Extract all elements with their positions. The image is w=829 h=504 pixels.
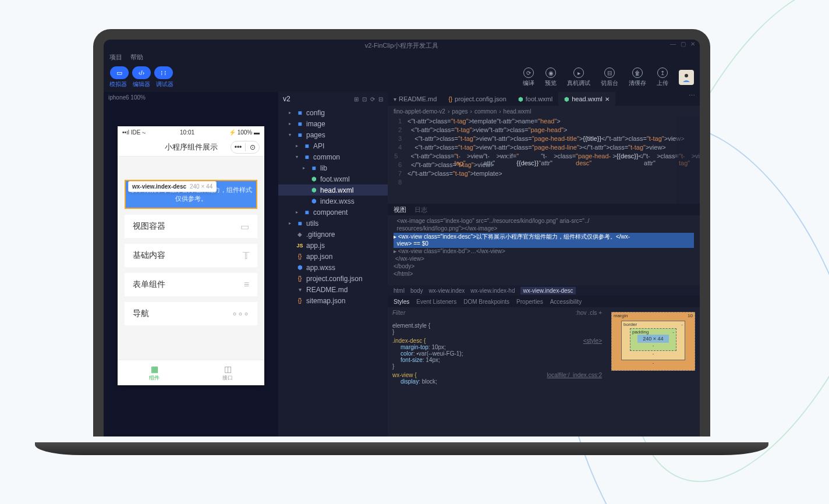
styles-tabs: Styles Event Listeners DOM Breakpoints P… [388, 296, 700, 307]
project-root[interactable]: v2 [283, 95, 290, 103]
dom-breadcrumb[interactable]: htmlbodywx-view.indexwx-view.index-hdwx-… [388, 285, 700, 296]
menubar: 项目 帮助 [104, 51, 700, 63]
label-editor: 编辑器 [133, 80, 150, 88]
titlebar: v2-FinClip小程序开发工具 —▢✕ [104, 40, 700, 51]
editor-tab[interactable]: {}project.config.json [442, 92, 512, 106]
editor-panel: ▾README.md{}project.config.json⬢foot.wxm… [388, 92, 700, 436]
tree-node[interactable]: ◆.gitignore [278, 229, 388, 240]
list-item[interactable]: 导航∘∘∘ [125, 302, 257, 325]
background-button[interactable]: ⊟切后台 [601, 68, 618, 87]
devtools-tabs: 视图 日志 [388, 204, 700, 215]
nav-title: 小程序组件展示 [165, 142, 218, 152]
simulator-panel: iphone6 100% ••ıl IDE ⏦ 10:01 ⚡ 100% ▬ 小… [104, 92, 278, 436]
tab-components[interactable]: ▦组件 [118, 360, 191, 385]
camera-dot [400, 33, 403, 36]
box-model[interactable]: margin10 border- padding- 240 × 44 - - - [607, 307, 700, 436]
list-item[interactable]: 视图容器▭ [125, 215, 257, 238]
editor-toggle[interactable]: ‹/› [132, 66, 151, 79]
editor-tab[interactable]: ⬢head.wxml✕ [558, 92, 615, 106]
simulator-toggle[interactable]: ▭ [110, 66, 129, 79]
hov-cls[interactable]: :hov .cls + [576, 310, 602, 320]
svg-point-0 [685, 74, 688, 77]
clear-cache-button[interactable]: 🗑清缓存 [629, 68, 646, 87]
list-item[interactable]: 表单组件≡ [125, 273, 257, 296]
tree-node[interactable]: {}project.config.json [278, 273, 388, 284]
laptop-frame: v2-FinClip小程序开发工具 —▢✕ 项目 帮助 ▭ ‹/› ⫶⫶ 模拟器… [93, 29, 710, 448]
tree-node[interactable]: ▸■lib [278, 162, 388, 173]
tree-node[interactable]: ⬢index.wxss [278, 196, 388, 207]
label-debugger: 调试器 [156, 80, 173, 88]
tab-elements[interactable]: 视图 [394, 205, 406, 214]
tree-node[interactable]: ▸■config [278, 107, 388, 118]
tree-node[interactable]: ▾README.md [278, 284, 388, 295]
inspector-tooltip: wx-view.index-desc240 × 44 [128, 181, 217, 192]
window-title: v2-FinClip小程序开发工具 [365, 41, 439, 50]
explorer-actions[interactable]: ⊞⊡⟳⊟ [354, 96, 383, 102]
tree-node[interactable]: ▾■common [278, 151, 388, 162]
compile-button[interactable]: ⟳编译 [523, 68, 534, 87]
tree-node[interactable]: ▸■utils [278, 218, 388, 229]
editor-tab[interactable]: ⬢foot.wxml [512, 92, 558, 106]
tree-node[interactable]: JSapp.js [278, 240, 388, 251]
avatar[interactable] [679, 70, 694, 85]
laptop-base [35, 442, 768, 455]
minimap[interactable] [676, 116, 700, 204]
editor-tab[interactable]: ▾README.md [388, 92, 442, 106]
window-controls[interactable]: —▢✕ [670, 41, 695, 47]
capsule-button[interactable]: •••⊙ [231, 141, 260, 154]
styles-filter[interactable]: Filter [392, 310, 405, 320]
toolbar: ▭ ‹/› ⫶⫶ 模拟器 编辑器 调试器 ⟳编译 ◉预览 ▸真机调试 ⊟切后台 [104, 63, 700, 92]
remote-debug-button[interactable]: ▸真机调试 [567, 68, 590, 87]
styles-pane[interactable]: Filter:hov .cls + element.style {} <styl… [388, 307, 607, 436]
menu-project[interactable]: 项目 [109, 53, 122, 62]
debugger-toggle[interactable]: ⫶⫶ [154, 66, 173, 79]
dom-tree[interactable]: <wx-image class="index-logo" src="../res… [388, 215, 700, 285]
phone-tabbar: ▦组件 ◫接口 [118, 360, 264, 385]
tree-node[interactable]: {}sitemap.json [278, 295, 388, 306]
device-info: iphone6 100% [104, 92, 278, 103]
phone-simulator[interactable]: ••ıl IDE ⏦ 10:01 ⚡ 100% ▬ 小程序组件展示 •••⊙ w… [118, 126, 264, 385]
tab-console[interactable]: 日志 [414, 205, 427, 214]
tree-node[interactable]: ▸■component [278, 207, 388, 218]
more-tabs[interactable]: ⋯ [684, 92, 700, 106]
tab-styles[interactable]: Styles [394, 299, 409, 305]
label-simulator: 模拟器 [109, 80, 127, 88]
tree-node[interactable]: ▸■image [278, 118, 388, 129]
upload-button[interactable]: ↥上传 [657, 68, 668, 87]
tree-node[interactable]: ▸■API [278, 140, 388, 151]
phone-statusbar: ••ıl IDE ⏦ 10:01 ⚡ 100% ▬ [118, 126, 264, 138]
tree-node[interactable]: ⬢head.wxml [278, 184, 388, 196]
tree-node[interactable]: {}app.json [278, 251, 388, 262]
ide-window: v2-FinClip小程序开发工具 —▢✕ 项目 帮助 ▭ ‹/› ⫶⫶ 模拟器… [104, 40, 700, 436]
list-item[interactable]: 基础内容𝕋 [125, 244, 257, 267]
phone-navbar: 小程序组件展示 •••⊙ [118, 138, 264, 157]
file-explorer: v2 ⊞⊡⟳⊟ ▸■config▸■image▾■pages▸■API▾■com… [278, 92, 388, 436]
tree-node[interactable]: ⬢app.wxss [278, 262, 388, 273]
menu-help[interactable]: 帮助 [130, 53, 143, 62]
preview-button[interactable]: ◉预览 [545, 68, 557, 87]
code-editor[interactable]: 1<"t-attr">class="t-tag">template "t-att… [388, 116, 700, 204]
tree-node[interactable]: ▾■pages [278, 129, 388, 140]
breadcrumbs[interactable]: fino-applet-demo-v2 › pages › common › h… [388, 106, 700, 116]
tab-api[interactable]: ◫接口 [191, 360, 264, 385]
tree-node[interactable]: ⬢foot.wxml [278, 173, 388, 184]
editor-tabs: ▾README.md{}project.config.json⬢foot.wxm… [388, 92, 700, 106]
